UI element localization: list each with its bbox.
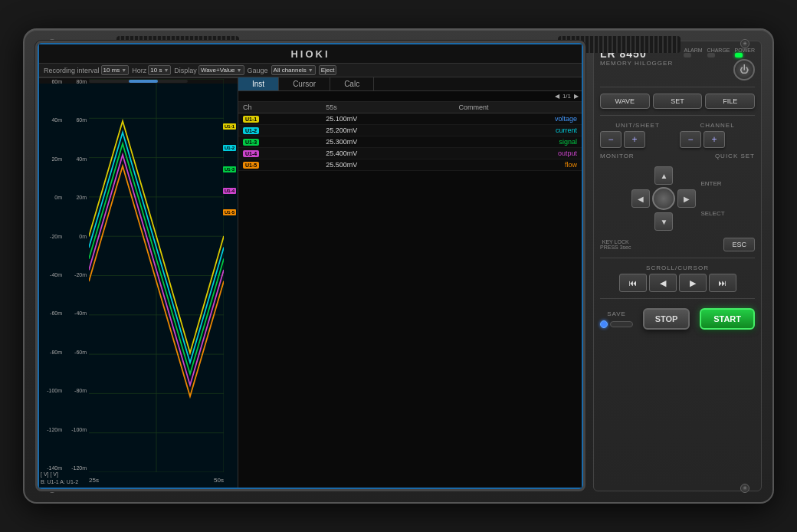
channel-plus-button[interactable]: + [704,131,725,148]
horz-label: Horz [132,67,146,74]
yr-label-5: 0m [65,234,87,239]
alarm-dot [684,53,691,57]
dpad-right-button[interactable]: ▶ [677,189,696,208]
scroll-prev-btn[interactable]: ◀ [649,274,677,292]
dpad-up-button[interactable]: ▲ [654,166,673,185]
yr-label-10: -100m [65,427,87,432]
scrollbar-thumb [129,80,159,83]
tab-calc[interactable]: Calc [330,77,374,90]
tab-inst[interactable]: Inst [238,77,279,90]
divider-2 [600,115,755,116]
channel-label: CHANNEL [680,122,755,129]
horz-select[interactable]: 10 s ▼ [148,65,171,75]
start-button[interactable]: START [700,308,755,330]
data-area: Inst Cursor Calc ◀ 1/1 ▶ [238,77,582,488]
chevron-down-icon: ▼ [163,67,169,73]
table-cell-comment: output [454,148,582,159]
set-button[interactable]: SET [653,94,703,109]
dpad-center-button[interactable] [652,187,675,210]
file-button[interactable]: FILE [705,94,755,109]
unit-channel-row: UNIT/SHEET − + CHANNEL − + [600,122,755,148]
tab-cursor[interactable]: Cursor [279,77,330,90]
wave-button[interactable]: WAVE [600,94,650,109]
y-label-5: -20m [41,234,62,239]
dpad-left-button[interactable]: ◀ [631,189,650,208]
keylock-sublabel: PRESS 3sec [600,245,631,250]
power-button[interactable]: ⏻ [733,59,755,80]
channel-minus-button[interactable]: − [680,131,701,148]
chart-svg-area [89,79,224,472]
scroll-rew-btn[interactable]: ⏭ [709,274,736,292]
dpad: ▲ ▼ ◀ ▶ [630,165,697,232]
keylock-label: KEY LOCK [600,239,631,245]
status-lights-row: ALARM CHARGE POWER [684,48,755,57]
cursor-labels: B: U1-1 A: U1-2 [41,478,78,486]
table-cell-comment: flow [454,159,582,171]
stop-button[interactable]: STOP [643,308,690,330]
channel-value: All channels [274,67,307,74]
ch-indicator-2: U1-2 [223,145,236,151]
waveform-chart [89,79,224,472]
chevron-down-icon: ▼ [308,67,313,73]
scrollbar-track[interactable] [89,80,188,83]
channel-select[interactable]: All channels ▼ [271,65,316,75]
scroll-next-btn[interactable]: ▶ [679,274,707,292]
page-prev-icon[interactable]: ◀ [555,93,559,100]
x-label-25s: 25s [89,477,99,484]
ch-indicator-1: U1-1 [223,123,236,130]
hioki-brand-bar: HIOKI [39,44,582,64]
power-dot [735,53,743,57]
y-label-3: 20m [41,156,62,162]
y-label-9: -100m [41,388,62,393]
screen-bezel: HIOKI Recording interval 10 ms ▼ Horz [35,41,585,491]
main-btn-row: WAVE SET FILE [600,94,755,109]
gauge-label: Gauge [248,67,268,74]
dpad-container: ▲ ▼ ◀ ▶ ENTER SELECT [600,164,755,233]
table-row: U1-4 25.400mV output [238,148,582,159]
esc-button[interactable]: ESC [723,238,755,251]
display-select[interactable]: Wave+Value ▼ [198,65,244,75]
table-cell-value: 25.300mV [321,136,454,148]
page-next-icon[interactable]: ▶ [574,93,579,100]
channel-section: CHANNEL − + [680,122,755,148]
keylock-section: KEY LOCK PRESS 3sec [600,239,631,250]
table-cell-comment: voltage [454,113,582,125]
power-icon: ⏻ [740,64,749,75]
table-row: U1-5 25.500mV flow [238,159,582,171]
ch-badge: U1-5 [243,162,259,169]
unit-plus-button[interactable]: + [624,131,645,148]
scroll-section: SCROLL/CURSOR ⏮ ◀ ▶ ⏭ [600,264,755,292]
unit-sheet-section: UNIT/SHEET − + [600,122,675,148]
ch-badge: U1-2 [243,127,259,134]
x-axis: 25s 50s [89,472,224,488]
dpad-down-button[interactable]: ▼ [654,212,673,231]
save-label: SAVE [607,310,626,317]
scroll-btn-row: ⏮ ◀ ▶ ⏭ [600,274,755,292]
monitor-label: MONITOR [600,153,635,159]
brand-name: HIOKI [290,48,330,60]
save-stop-start-row: SAVE STOP START [600,305,755,330]
table-cell-ch: U1-2 [238,125,321,136]
recording-interval-select[interactable]: 10 ms ▼ [101,65,130,75]
power-indicator: POWER [735,48,755,57]
col-header-comment: Comment [454,102,582,113]
unit-minus-button[interactable]: − [600,131,622,148]
toggle-dot [600,320,608,328]
main-content: 60m 40m 20m 0m -20m -40m -60m -80m -100m… [39,77,582,488]
ch-indicator-4: U1-4 [223,188,236,194]
yr-label-7: -40m [65,310,87,316]
horz-value: 10 s [150,67,162,74]
save-toggle[interactable] [600,320,633,328]
y-label-7: -60m [41,310,62,316]
recording-interval-label: Recording interval [44,67,100,74]
y-label-10: -120m [41,427,62,432]
scroll-ff-btn[interactable]: ⏮ [619,274,647,292]
toolbar-gauge: Gauge [248,67,268,74]
eject-btn[interactable]: Eject [319,65,337,75]
y-label-1: 60m [41,79,62,84]
yr-label-3: 40m [65,156,87,162]
channel-pm-row: − + [680,131,755,148]
unit-pm-row: − + [600,131,675,148]
yr-label-2: 60m [65,117,87,123]
ch-badge: U1-3 [243,139,259,146]
